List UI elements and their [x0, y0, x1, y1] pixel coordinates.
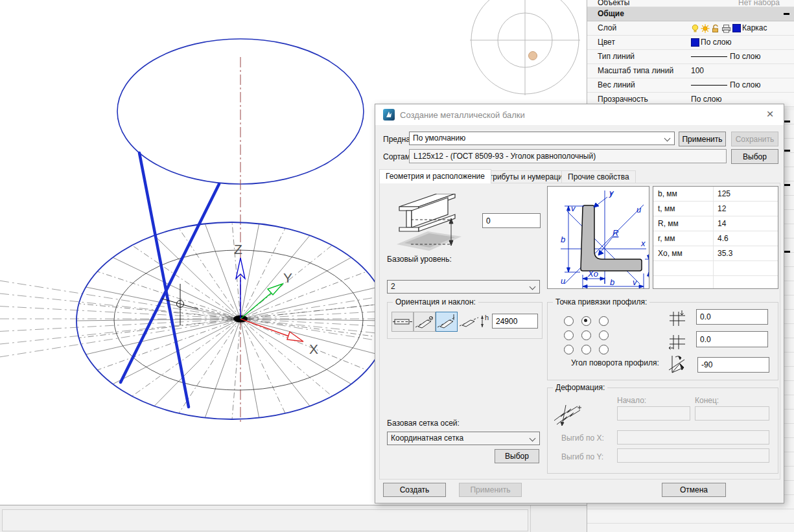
prop-row-linetype[interactable]: Тип линий По слою — [587, 50, 794, 64]
lock-icon[interactable] — [711, 24, 720, 33]
ucs-y-axis — [240, 292, 273, 319]
printer-icon[interactable] — [721, 24, 731, 33]
base-level-label: Базовый уровень: — [387, 255, 452, 264]
beam-height-icon: h — [459, 312, 490, 330]
orientation-horizontal-button[interactable] — [391, 312, 414, 332]
prop-row-layer[interactable]: Слой Каркас — [587, 21, 794, 36]
axis-label-y: Y — [283, 270, 292, 285]
table-row — [653, 276, 778, 289]
anchor-radio-r0c0[interactable] — [564, 316, 574, 326]
table-row[interactable]: t, мм12 — [653, 202, 778, 216]
bend-y-input[interactable] — [617, 448, 769, 463]
beam-line-1[interactable] — [139, 153, 189, 407]
anchor-group-label: Точка привязки профиля: — [553, 297, 649, 306]
grid-select-button[interactable]: Выбор — [495, 449, 539, 463]
app-icon — [383, 109, 395, 121]
save-preset-button[interactable]: Сохранить — [731, 132, 778, 146]
anchor-radio-r1c2[interactable] — [599, 330, 609, 340]
offset-x-input[interactable] — [696, 309, 768, 325]
color-swatch[interactable] — [691, 38, 699, 47]
anchor-radio-r2c2[interactable] — [599, 345, 609, 354]
chevron-down-icon — [530, 284, 536, 290]
orientation-incline-start-button[interactable] — [414, 312, 436, 332]
view-compass[interactable] — [470, 0, 580, 95]
prop-row-objects[interactable]: Объекты Нет набора — [587, 0, 794, 7]
sun-icon[interactable] — [701, 24, 710, 33]
prop-row-lineweight[interactable]: Вес линий По слою — [587, 78, 794, 93]
table-row — [653, 261, 778, 276]
table-row[interactable]: R, мм14 — [653, 216, 778, 231]
collapse-icon[interactable] — [784, 13, 789, 15]
elevation-input[interactable] — [482, 213, 541, 228]
svg-text:u: u — [561, 276, 565, 286]
layer-color-swatch[interactable] — [732, 24, 741, 32]
collapse-icon[interactable] — [784, 121, 790, 122]
cancel-button[interactable]: Отмена — [662, 483, 726, 497]
create-button[interactable]: Создать — [383, 483, 446, 497]
table-row[interactable]: Xo, мм35.3 — [653, 246, 778, 261]
command-line-area[interactable] — [2, 509, 528, 531]
base-grid-label: Базовая сетка осей: — [387, 419, 460, 428]
assortment-select-button[interactable]: Выбор — [731, 149, 778, 164]
base-grid-combo[interactable]: Координатная сетка — [387, 432, 540, 445]
anchor-radio-r1c1[interactable] — [581, 330, 591, 340]
anchor-radio-r0c1[interactable] — [581, 316, 591, 326]
offset-vertical-icon — [667, 309, 686, 329]
bend-x-label: Выгиб по X: — [561, 434, 604, 443]
svg-text:R: R — [613, 228, 618, 238]
deform-end-label: Конец: — [695, 396, 719, 405]
bulb-icon[interactable] — [691, 24, 699, 33]
rotation-input[interactable] — [697, 357, 769, 373]
linetype-icon — [691, 56, 727, 57]
close-icon[interactable]: × — [763, 107, 777, 121]
offset-horizontal-icon — [667, 332, 686, 352]
tab-geometry[interactable]: Геометрия и расположение — [379, 169, 491, 183]
prop-row-ltscale[interactable]: Масштаб типа линий 100 — [587, 64, 794, 78]
anchor-radio-r2c0[interactable] — [564, 345, 574, 354]
table-row[interactable]: r, мм4.6 — [653, 231, 778, 246]
deformation-group-label: Деформация: — [553, 383, 607, 392]
deform-end-input[interactable] — [695, 406, 769, 421]
prop-row-color[interactable]: Цвет По слою — [587, 36, 794, 50]
collapse-icon[interactable] — [784, 150, 790, 152]
profile-params-table: b, мм125 t, мм12 R, мм14 r, мм4.6 Xo, мм… — [653, 186, 778, 289]
prop-section-general[interactable]: Общие — [587, 7, 794, 21]
tab-attributes[interactable]: Атрибуты и нумерация — [478, 170, 574, 184]
tab-other[interactable]: Прочие свойства — [561, 170, 636, 184]
collapse-icon[interactable] — [784, 251, 790, 253]
profile-diagram: y x v v u u b b Xo r R t — [547, 186, 649, 289]
deformation-icon — [552, 402, 588, 428]
anchor-radio-r0c2[interactable] — [599, 316, 609, 326]
svg-text:Xo: Xo — [587, 269, 598, 279]
length-input[interactable] — [492, 314, 538, 329]
deform-start-input[interactable] — [617, 406, 690, 421]
deform-start-label: Начало: — [617, 396, 646, 405]
dialog-titlebar[interactable]: Создание металлической балки × — [375, 104, 784, 125]
apply-preset-button[interactable]: Применить — [679, 132, 726, 146]
chevron-down-icon — [530, 435, 536, 442]
svg-text:x: x — [640, 238, 646, 248]
bend-y-label: Выгиб по Y: — [561, 452, 603, 461]
orientation-group-label: Ориентация и наклон: — [393, 297, 478, 306]
lineweight-icon — [691, 85, 727, 86]
ucs-x-arrowhead — [287, 332, 303, 341]
anchor-radio-r1c0[interactable] — [564, 330, 574, 340]
rotation-icon — [667, 353, 686, 375]
beam-line-2[interactable] — [121, 184, 219, 382]
axis-label-x: X — [309, 341, 318, 356]
chevron-down-icon — [664, 135, 671, 142]
orientation-incline-end-button[interactable] — [436, 312, 458, 332]
table-row[interactable]: b, мм125 — [653, 187, 778, 202]
bend-x-input[interactable] — [617, 430, 769, 445]
anchor-radio-r2c1[interactable] — [581, 345, 591, 354]
svg-text:v: v — [633, 277, 638, 287]
dialog-title: Создание металлической балки — [400, 110, 525, 120]
offset-y-input[interactable] — [696, 331, 768, 347]
svg-text:h: h — [485, 314, 489, 321]
base-level-combo[interactable]: 2 — [387, 280, 540, 294]
assortment-field: L125x12 - (ГОСТ 8509-93 - Уголок равнопо… — [409, 149, 727, 163]
apply-button[interactable]: Применить — [459, 483, 522, 497]
presets-combo[interactable]: По умолчанию — [409, 132, 675, 145]
collapse-icon[interactable] — [784, 184, 790, 186]
ucs-y-arrowhead — [268, 284, 283, 295]
